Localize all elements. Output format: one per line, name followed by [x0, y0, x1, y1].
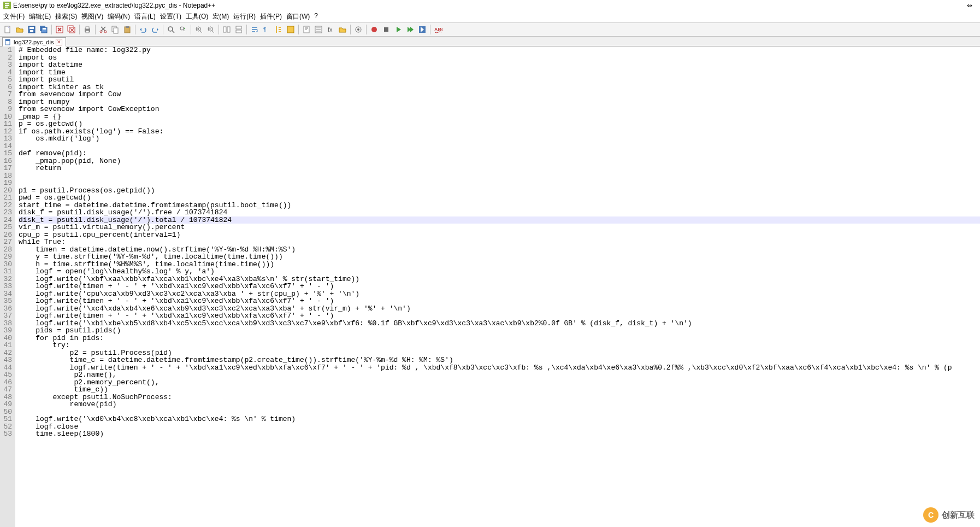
code-line[interactable]: _pmap.pop(pid, None)	[19, 157, 980, 165]
code-line[interactable]: logf.write(timen + ' - ' + '\xbd\xa1\xc9…	[19, 297, 980, 305]
code-line[interactable]	[19, 143, 980, 150]
code-line[interactable]: logf.write(timen + ' - ' + '\xbd\xa1\xc9…	[19, 283, 980, 290]
code-line[interactable]: for pid in pids:	[19, 335, 980, 342]
code-line[interactable]: logf = open('log\\healthy%s.log' % y, 'a…	[19, 268, 980, 276]
record-icon[interactable]	[369, 24, 380, 35]
play-icon[interactable]	[393, 24, 404, 35]
func-list-icon[interactable]: fx	[325, 24, 336, 35]
replace-icon[interactable]	[178, 24, 188, 35]
code-line[interactable]: logf.write('\xbf\xaa\xbb\xfa\xca\xb1\xbc…	[19, 276, 980, 283]
new-icon[interactable]	[2, 24, 13, 35]
code-area[interactable]: # Embedded file name: log322.pyimport os…	[15, 46, 980, 527]
tab-close-icon[interactable]: ✕	[56, 39, 62, 45]
code-line[interactable]: logf.write('\xd0\xb4\xc8\xeb\xca\xb1\xbc…	[19, 415, 980, 423]
code-line[interactable]: from sevencow import CowException	[19, 106, 980, 113]
save-icon[interactable]	[26, 24, 37, 35]
sync-h-icon[interactable]	[233, 24, 244, 35]
code-line[interactable]: disk_f = psutil.disk_usage('/').free / 1…	[19, 209, 980, 216]
find-icon[interactable]	[166, 24, 176, 35]
monitor-icon[interactable]	[353, 24, 364, 35]
code-line[interactable]: import datetime	[19, 61, 980, 69]
doc-list-icon[interactable]	[313, 24, 324, 35]
code-line[interactable]: _pmap = {}	[19, 113, 980, 121]
redo-icon[interactable]	[150, 24, 161, 35]
code-line[interactable]: p2.memory_percent(),	[19, 379, 980, 387]
code-line[interactable]	[19, 408, 980, 416]
code-line[interactable]: from sevencow import Cow	[19, 91, 980, 98]
folder-icon[interactable]	[337, 24, 348, 35]
code-line[interactable]: os.mkdir('log')	[19, 135, 980, 143]
menu-language[interactable]: 语言(L)	[134, 12, 156, 21]
code-line[interactable]: try:	[19, 342, 980, 349]
code-line[interactable]: p1 = psutil.Process(os.getpid())	[19, 187, 980, 195]
code-line[interactable]: disk_t = psutil.disk_usage('/').total / …	[19, 216, 980, 224]
doc-map-icon[interactable]	[301, 24, 312, 35]
restore-button[interactable]: ⇔	[967, 2, 972, 9]
editor[interactable]: 1234567891011121314151617181920212223242…	[0, 46, 980, 527]
menu-help[interactable]: ?	[314, 12, 318, 21]
tab-active[interactable]: log322.pyc_dis ✕	[2, 37, 66, 46]
copy-icon[interactable]	[110, 24, 121, 35]
code-line[interactable]: start_time = datetime.datetime.fromtimes…	[19, 202, 980, 209]
spellcheck-icon[interactable]: ABC	[433, 24, 444, 35]
code-line[interactable]: def remove(pid):	[19, 150, 980, 157]
code-line[interactable]	[19, 179, 980, 187]
savemacro-icon[interactable]	[417, 24, 428, 35]
code-line[interactable]: pwd = os.getcwd()	[19, 194, 980, 202]
code-line[interactable]: logf.write('\xc4\xda\xb4\xe6\xca\xb9\xd3…	[19, 305, 980, 313]
sync-v-icon[interactable]	[221, 24, 232, 35]
closeall-icon[interactable]	[66, 24, 77, 35]
zoomin-icon[interactable]	[193, 24, 204, 35]
code-line[interactable]: except psutil.NoSuchProcess:	[19, 394, 980, 401]
code-line[interactable]: import tkinter as tk	[19, 84, 980, 91]
code-line[interactable]	[19, 172, 980, 180]
menu-window[interactable]: 窗口(W)	[286, 12, 310, 21]
code-line[interactable]: logf.write('\xb1\xbe\xb5\xd8\xb4\xc5\xc5…	[19, 320, 980, 327]
menu-edit[interactable]: 编辑(E)	[29, 12, 51, 21]
code-line[interactable]: y = time.strftime('%Y-%m-%d', time.local…	[19, 253, 980, 261]
menu-run[interactable]: 运行(R)	[233, 12, 256, 21]
saveall-icon[interactable]	[38, 24, 49, 35]
code-line[interactable]: h = time.strftime('%H%M%S', time.localti…	[19, 261, 980, 268]
print-icon[interactable]	[82, 24, 93, 35]
menu-macro[interactable]: 宏(M)	[212, 12, 229, 21]
paste-icon[interactable]	[122, 24, 133, 35]
menu-settings[interactable]: 设置(T)	[160, 12, 181, 21]
open-icon[interactable]	[14, 24, 25, 35]
menu-encoding[interactable]: 编码(N)	[108, 12, 130, 21]
code-line[interactable]: import time	[19, 69, 980, 77]
code-line[interactable]: logf.write(timen + ' - ' + '\xbd\xa1\xc9…	[19, 364, 980, 372]
code-line[interactable]: while True:	[19, 238, 980, 246]
code-line[interactable]: time_c))	[19, 386, 980, 394]
code-line[interactable]: timen = datetime.datetime.now().strftime…	[19, 246, 980, 254]
menu-tools[interactable]: 工具(O)	[186, 12, 208, 21]
code-line[interactable]: time.sleep(1800)	[19, 430, 980, 438]
close-icon[interactable]	[54, 24, 65, 35]
menu-search[interactable]: 搜索(S)	[55, 12, 77, 21]
wordwrap-icon[interactable]	[249, 24, 260, 35]
code-line[interactable]: cpu_p = psutil.cpu_percent(interval=1)	[19, 231, 980, 239]
cut-icon[interactable]	[98, 24, 109, 35]
stop-icon[interactable]	[381, 24, 392, 35]
userdef-icon[interactable]	[285, 24, 296, 35]
menu-view[interactable]: 视图(V)	[81, 12, 103, 21]
indent-guide-icon[interactable]	[273, 24, 284, 35]
code-line[interactable]: p2.name(),	[19, 371, 980, 379]
playmulti-icon[interactable]	[405, 24, 416, 35]
showall-icon[interactable]: ¶	[261, 24, 272, 35]
code-line[interactable]: if os.path.exists('log') == False:	[19, 128, 980, 136]
code-line[interactable]: p = os.getcwd()	[19, 120, 980, 128]
code-line[interactable]: logf.write(timen + ' - ' + '\xbd\xa1\xc9…	[19, 312, 980, 320]
code-line[interactable]: vir_m = psutil.virtual_memory().percent	[19, 224, 980, 231]
zoomout-icon[interactable]	[205, 24, 216, 35]
code-line[interactable]: remove(pid)	[19, 401, 980, 408]
code-line[interactable]: pids = psutil.pids()	[19, 327, 980, 335]
code-line[interactable]: p2 = psutil.Process(pid)	[19, 349, 980, 357]
code-line[interactable]: import psutil	[19, 76, 980, 84]
menu-plugins[interactable]: 插件(P)	[260, 12, 282, 21]
code-line[interactable]: import numpy	[19, 98, 980, 106]
undo-icon[interactable]	[138, 24, 149, 35]
code-line[interactable]: return	[19, 165, 980, 172]
code-line[interactable]: logf.close	[19, 423, 980, 431]
code-line[interactable]: import os	[19, 54, 980, 62]
